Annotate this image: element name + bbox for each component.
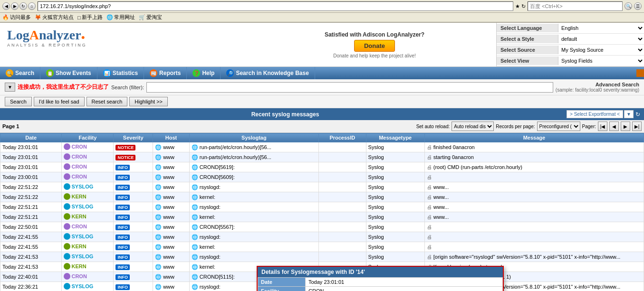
cell-severity: INFO	[114, 162, 153, 172]
source-select[interactable]: My Syslog Source	[558, 45, 644, 55]
nav-item-events[interactable]: 📋 Show Events	[40, 67, 97, 79]
export-arrow-button[interactable]: ▼	[624, 110, 634, 118]
cell-messagetype: Syslog	[366, 252, 424, 262]
search-go-button[interactable]: 🔍	[625, 2, 632, 10]
donate-button[interactable]: Donate	[354, 40, 395, 52]
cell-host: 🌐 www	[153, 172, 190, 182]
cell-syslogtag: 🌐 CROND[5567]:	[189, 222, 318, 232]
reload-button[interactable]: ↻	[19, 2, 27, 10]
nav-item-kb[interactable]: 🔎 Search in Knowledge Base	[221, 67, 315, 79]
cell-host: 🌐 www	[153, 202, 190, 212]
browser-toolbar: ◀ ▶ ↻ ⌂ ★ ↻ 🔍 ☰	[0, 0, 644, 13]
cell-processid	[318, 212, 366, 222]
cell-severity: INFO	[114, 202, 153, 212]
cell-message: 🖨 starting 0anacron	[424, 152, 644, 162]
browser-search-input[interactable]	[528, 1, 623, 11]
nav-item-reports[interactable]: 📰 Reports	[144, 67, 187, 79]
forward-button[interactable]: ▶	[11, 2, 19, 10]
cell-severity: NOTICE	[114, 142, 153, 152]
back-button[interactable]: ◀	[2, 2, 10, 10]
style-select[interactable]: default	[558, 34, 644, 44]
cell-date: Today 22:51:21	[0, 212, 62, 222]
nav-label-reports: Reports	[159, 70, 181, 76]
bookmark-item[interactable]: 🦊 火狐官方站点	[35, 14, 74, 21]
table-row[interactable]: Today 22:51:21 SYSLOG INFO 🌐 www 🌐 rsysl…	[0, 202, 644, 212]
cell-date: Today 23:01:01	[0, 142, 62, 152]
cell-severity: INFO	[114, 262, 153, 272]
cell-messagetype: Syslog	[366, 242, 424, 252]
kb-nav-icon: 🔎	[226, 69, 234, 77]
table-row[interactable]: Today 23:01:01 CRON NOTICE 🌐 www 🌐 run-p…	[0, 152, 644, 162]
bookmark-icon: ★	[515, 3, 520, 9]
export-button[interactable]: > Select Exportformat <	[567, 110, 623, 118]
cell-facility: CRON	[62, 222, 114, 232]
home-button[interactable]: ⌂	[28, 2, 36, 10]
table-row[interactable]: Today 22:41:55 KERN INFO 🌐 www 🌐 kernel:…	[0, 242, 644, 252]
pager-last-button[interactable]: ▶|	[632, 122, 642, 131]
pager-next-button[interactable]: ▶	[621, 122, 630, 131]
reports-nav-icon: 📰	[150, 69, 157, 77]
nav-right-indicator[interactable]	[636, 69, 644, 77]
feel-sad-button[interactable]: I'd like to feel sad	[34, 97, 85, 106]
options-button[interactable]: ☰	[634, 2, 642, 10]
search-dropdown-arrow[interactable]: ▼	[5, 83, 15, 92]
table-row[interactable]: Today 22:51:22 KERN INFO 🌐 www 🌐 kernel:…	[0, 192, 644, 202]
cell-facility: CRON	[62, 172, 114, 182]
cell-message: 🖨 www...	[424, 192, 644, 202]
bookmarks-bar: 🔥 访问最多 🦊 火狐官方站点 □ 新手上路 🌐 常用网址 🛒 爱淘宝	[0, 13, 644, 22]
auto-reload-select[interactable]: Auto reload dis	[452, 122, 494, 131]
bookmark-item[interactable]: 🌐 常用网址	[106, 14, 135, 21]
table-row[interactable]: Today 22:50:01 CRON INFO 🌐 www 🌐 CROND[5…	[0, 222, 644, 232]
cell-host: 🌐 www	[153, 252, 190, 262]
cell-processid	[318, 172, 366, 182]
nav-item-search[interactable]: 🔍 Search	[0, 67, 40, 79]
settings-label-source: Select Source	[497, 46, 558, 54]
bookmark-item[interactable]: 🔥 访问最多	[2, 14, 31, 21]
cell-facility: SYSLOG	[62, 282, 114, 291]
cell-date: Today 22:41:55	[0, 232, 62, 242]
nav-item-statistics[interactable]: 📊 Statistics	[97, 67, 144, 79]
settings-row-source: Select Source My Syslog Source	[497, 45, 644, 56]
language-select[interactable]: English	[558, 23, 644, 33]
search-input[interactable]	[146, 82, 553, 93]
pager-first-button[interactable]: |◀	[598, 122, 607, 131]
settings-label-view: Select View	[497, 56, 558, 65]
nav-label-kb: Search in Knowledge Base	[236, 70, 308, 76]
table-row[interactable]: Today 22:51:22 SYSLOG INFO 🌐 www 🌐 rsysl…	[0, 182, 644, 192]
address-bar[interactable]	[38, 1, 513, 11]
records-per-page-select[interactable]: Preconfigured (	[537, 122, 580, 131]
table-row[interactable]: Today 22:51:21 KERN INFO 🌐 www 🌐 kernel:…	[0, 212, 644, 222]
bookmark-item[interactable]: □ 新手上路	[77, 14, 103, 21]
browser-chrome: ◀ ▶ ↻ ⌂ ★ ↻ 🔍 ☰ 🔥 访问最多 🦊 火狐官方站点 □ 新手上路 🌐…	[0, 0, 644, 23]
table-row[interactable]: Today 22:41:53 SYSLOG INFO 🌐 www 🌐 rsysl…	[0, 252, 644, 262]
refresh-table-icon[interactable]: ↻	[635, 111, 640, 118]
cell-host: 🌐 www	[153, 192, 190, 202]
reset-search-button[interactable]: Reset search	[87, 97, 128, 106]
col-facility: Facility	[62, 133, 114, 142]
pager-prev-button[interactable]: ◀	[609, 122, 619, 131]
cell-date: Today 23:00:01	[0, 172, 62, 182]
cell-facility: SYSLOG	[62, 232, 114, 242]
table-row[interactable]: Today 23:00:01 CRON INFO 🌐 www 🌐 CROND[5…	[0, 172, 644, 182]
cell-severity: INFO	[114, 272, 153, 282]
refresh-icon: ↻	[521, 3, 526, 9]
cell-syslogtag: 🌐 kernel:	[189, 192, 318, 202]
table-row[interactable]: Today 23:01:01 CRON INFO 🌐 www 🌐 CROND[5…	[0, 162, 644, 172]
cell-date: Today 22:40:01	[0, 272, 62, 282]
bookmark-item[interactable]: 🛒 爱淘宝	[139, 14, 162, 21]
cell-facility: SYSLOG	[62, 252, 114, 262]
cell-date: Today 22:36:21	[0, 282, 62, 291]
detail-popup: Details for Syslogmessage with ID '14' D…	[257, 266, 504, 291]
table-row[interactable]: Today 23:01:01 CRON NOTICE 🌐 www 🌐 run-p…	[0, 142, 644, 152]
highlight-button[interactable]: Highlight >>	[129, 97, 168, 106]
nav-label-help: Help	[202, 70, 214, 76]
view-select[interactable]: Syslog Fields	[558, 56, 644, 66]
cell-severity: NOTICE	[114, 152, 153, 162]
col-message: Message	[424, 133, 644, 142]
nav-item-help[interactable]: ❓ Help	[187, 67, 221, 79]
search-button[interactable]: Search	[5, 97, 32, 106]
browser-nav-buttons: ◀ ▶ ↻ ⌂	[2, 2, 36, 10]
cell-processid	[318, 252, 366, 262]
detail-key: Date	[258, 278, 306, 287]
table-row[interactable]: Today 22:41:55 SYSLOG INFO 🌐 www 🌐 rsysl…	[0, 232, 644, 242]
